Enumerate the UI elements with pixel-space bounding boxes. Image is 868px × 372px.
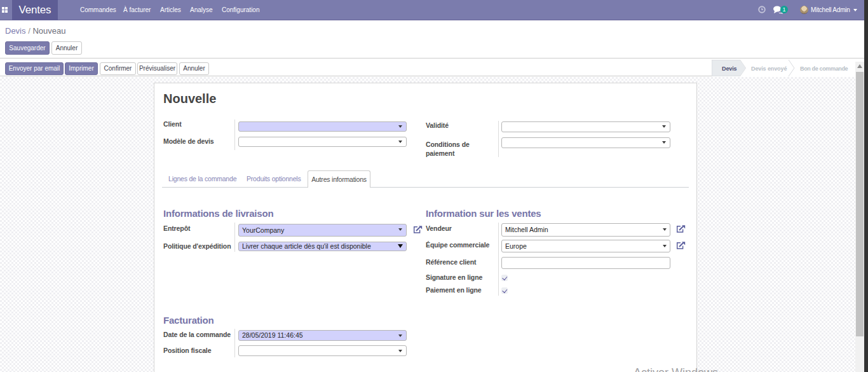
svg-text:Devis: Devis [722, 65, 737, 72]
svg-text:Bon de commande: Bon de commande [800, 65, 848, 72]
svg-text:Devis envoyé: Devis envoyé [751, 65, 787, 72]
